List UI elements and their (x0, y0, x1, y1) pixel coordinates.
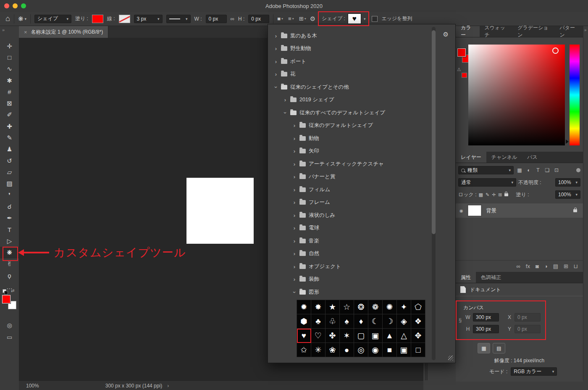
shape-group-ボート[interactable]: ›ボート (268, 55, 444, 68)
status-chevron-icon[interactable]: › (167, 383, 169, 389)
zoom-window-button[interactable] (21, 3, 26, 8)
chevron-right-icon[interactable]: › (283, 97, 287, 103)
stroke-style-select[interactable] (166, 15, 191, 23)
tab-properties[interactable]: 属性 (456, 272, 476, 283)
shape-cell-1[interactable]: ✸ (311, 300, 326, 314)
type-tool[interactable]: T (0, 224, 19, 235)
link-dimensions-icon[interactable]: ∞ (231, 16, 234, 22)
saturation-brightness-field[interactable] (468, 45, 565, 145)
chevron-right-icon[interactable]: › (292, 225, 297, 231)
shape-cell-34[interactable]: ▣ (397, 343, 411, 357)
gradient-tool[interactable]: ▨ (0, 178, 19, 190)
tab-patterns[interactable]: パターン (555, 26, 583, 37)
brush-tool[interactable]: ✎ (0, 132, 19, 143)
close-icon[interactable]: × (24, 29, 27, 35)
shape-cell-30[interactable]: ● (340, 343, 354, 357)
chevron-right-icon[interactable]: › (292, 276, 297, 282)
history-brush-tool[interactable]: ↺ (0, 155, 19, 166)
chevron-right-icon[interactable]: › (292, 212, 297, 219)
collapse-panels-icon[interactable]: » (584, 28, 587, 32)
filter-type-icon[interactable]: T (534, 166, 542, 174)
shape-cell-26[interactable]: ✥ (411, 329, 425, 343)
marquee-tool[interactable]: □ (0, 52, 19, 63)
canvas-y-input[interactable]: 0 px (514, 325, 541, 333)
align-icon[interactable]: ≡ (288, 16, 294, 22)
shape-group-従来のすべてのデフォルトシェイプ[interactable]: ›従来のすべてのデフォルトシェイプ (268, 106, 444, 119)
chevron-right-icon[interactable]: › (292, 135, 297, 142)
default-colors-icon[interactable] (3, 289, 8, 295)
chevron-right-icon[interactable]: › (292, 238, 297, 244)
artboard-view-button[interactable]: ▤ (493, 343, 505, 353)
shape-cell-12[interactable]: ♠ (340, 314, 354, 329)
eyedropper-tool[interactable]: ✐ (0, 109, 19, 121)
layer-fill-input[interactable]: 100% (555, 190, 580, 199)
shape-cell-16[interactable]: ◈ (397, 314, 411, 329)
chevron-down-icon[interactable]: ▾ (364, 17, 366, 21)
zoom-tool[interactable]: ϙ (0, 270, 19, 281)
shape-cell-17[interactable]: ❖ (411, 314, 425, 329)
shape-picker-trigger[interactable]: シェイプ : ♥ ▾ (319, 12, 368, 25)
link-layers-icon[interactable]: ∞ (517, 263, 520, 269)
shape-group-野生動物[interactable]: ›野生動物 (268, 42, 444, 55)
chevron-right-icon[interactable]: › (274, 58, 278, 65)
chevron-right-icon[interactable]: › (292, 250, 297, 257)
chevron-down-icon[interactable]: › (291, 290, 298, 294)
tab-gradients[interactable]: グラデーション (512, 26, 554, 37)
healing-brush-tool[interactable]: ✚ (0, 121, 19, 132)
shape-cell-22[interactable]: ▢ (354, 329, 368, 343)
tab-paths[interactable]: パス (522, 152, 543, 163)
shape-cell-9[interactable]: ⬢ (297, 314, 311, 329)
layer-mask-icon[interactable]: ◙ (536, 263, 539, 269)
filter-smart-object-icon[interactable]: ⊡ (553, 166, 560, 174)
document-tab[interactable]: × 名称未設定 1 @ 100% (RGB/8*) (19, 26, 108, 38)
shape-cell-10[interactable]: ♣ (311, 314, 326, 329)
shape-cell-19[interactable]: ♡ (311, 329, 326, 343)
layer-effects-icon[interactable]: fx (526, 263, 530, 269)
chevron-right-icon[interactable]: › (292, 187, 297, 193)
tab-color[interactable]: カラー (456, 26, 480, 37)
chevron-down-icon[interactable]: › (282, 111, 289, 115)
shape-cell-3[interactable]: ☆ (340, 300, 354, 314)
stroke-color-swatch[interactable] (119, 15, 130, 23)
adjustment-layer-icon[interactable]: ◑ (544, 263, 548, 269)
path-selection-tool[interactable]: ▷ (0, 235, 19, 247)
close-window-button[interactable] (4, 3, 9, 8)
lasso-tool[interactable]: ∿ (0, 63, 19, 75)
shape-group-フィルム[interactable]: ›フィルム (268, 183, 444, 196)
align-edges-checkbox[interactable] (372, 16, 378, 22)
chevron-right-icon[interactable]: › (274, 45, 278, 52)
tool-preset-picker[interactable]: ❋ (18, 15, 26, 23)
path-operations-icon[interactable]: ■ (277, 16, 283, 22)
shape-cell-14[interactable]: ☾ (368, 314, 383, 329)
shape-group-アーティスティックテクスチャ[interactable]: ›アーティスティックテクスチャ (268, 158, 444, 171)
chevron-right-icon[interactable]: › (274, 71, 278, 77)
blend-mode-select[interactable]: 通常 (458, 178, 516, 187)
shape-group-従来のデフォルトシェイプ[interactable]: ›従来のデフォルトシェイプ (268, 119, 444, 132)
blur-tool[interactable]: ❜ (0, 190, 19, 201)
shape-cell-35[interactable]: □ (411, 343, 425, 357)
new-layer-icon[interactable]: ⊞ (564, 263, 568, 269)
shape-cell-2[interactable]: ★ (326, 300, 340, 314)
fill-color-swatch[interactable] (92, 15, 103, 23)
shape-cell-6[interactable]: ✺ (383, 300, 397, 314)
pen-tool[interactable]: ✒ (0, 212, 19, 224)
resize-handle[interactable] (448, 356, 453, 361)
shape-cell-32[interactable]: ◉ (368, 343, 383, 357)
shape-cell-31[interactable]: ◎ (354, 343, 368, 357)
shape-group-花[interactable]: ›花 (268, 68, 444, 81)
filter-toggle-icon[interactable] (576, 168, 580, 172)
shape-cell-28[interactable]: ✳ (311, 343, 326, 357)
lock-paint-icon[interactable]: ✎ (486, 192, 489, 198)
chevron-right-icon[interactable]: › (292, 161, 297, 167)
shape-group-自然[interactable]: ›自然 (268, 248, 444, 261)
filter-adjustment-icon[interactable]: ◐ (525, 166, 533, 174)
tab-channels[interactable]: チャンネル (486, 152, 522, 163)
layer-filter-select[interactable]: 種類 (458, 166, 514, 174)
current-shape-swatch[interactable]: ♥ (348, 13, 361, 24)
delete-layer-icon[interactable]: ⊔ (574, 263, 578, 269)
shape-cell-20[interactable]: ✤ (326, 329, 340, 343)
tool-mode-select[interactable]: シェイプ (34, 15, 71, 23)
shape-width-input[interactable]: 0 px (206, 15, 227, 23)
color-field-marker[interactable] (552, 47, 559, 54)
tab-layers[interactable]: レイヤー (456, 152, 486, 163)
